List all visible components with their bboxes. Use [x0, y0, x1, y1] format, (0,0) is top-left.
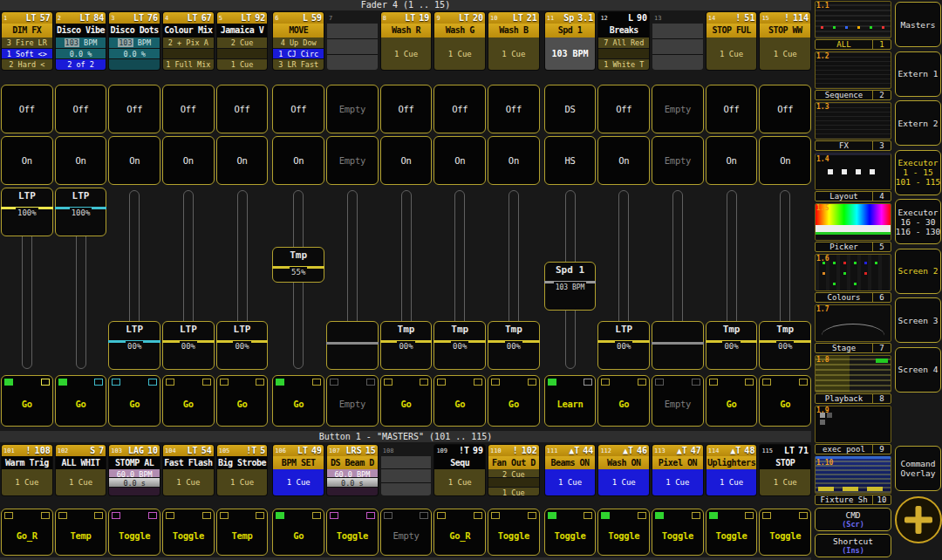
fader-handle[interactable]: Tmp00% — [380, 321, 433, 370]
view-label-row[interactable]: ALL1 — [815, 39, 891, 50]
fader-handle[interactable]: Tmp55% — [272, 247, 324, 283]
executor-label-15[interactable]: 15!114STOP WW1 Cue — [759, 11, 811, 71]
go-button[interactable]: Go — [108, 375, 160, 427]
fader-handle[interactable]: LTP100% — [55, 188, 107, 236]
go-button[interactable]: Go — [272, 509, 324, 556]
go-r-button[interactable]: Go_R — [433, 509, 486, 556]
on-button[interactable]: On — [597, 136, 650, 185]
executor-label-6[interactable]: 6L59MOVE4 Up Dow1 CJ Circ3 LR Fast — [272, 11, 324, 71]
screen-button-masters[interactable]: Masters — [895, 2, 941, 47]
executor-label-8[interactable]: 8LT19Wash R1 Cue — [380, 11, 433, 71]
fader-handle[interactable]: LTP00% — [597, 321, 650, 370]
fader-handle[interactable]: LTP00% — [108, 321, 160, 370]
view-label-row[interactable]: exec pool9 — [815, 444, 891, 454]
toggle-button[interactable]: Toggle — [706, 509, 758, 556]
executor-label-11[interactable]: 11Sp3.1Spd 1103 BPM — [544, 11, 597, 71]
executor-label-107[interactable]: 107LRS15DS Beam D60.0 BPM0.0 s — [326, 444, 379, 496]
executor-label-2[interactable]: 2LT84Disco Vibe103 BPM0.0 %2 of 2 — [55, 11, 107, 71]
view-thumbnail[interactable]: 1.3 — [815, 102, 891, 140]
view-label-row[interactable]: Picker5 — [815, 242, 891, 252]
view-thumbnail[interactable]: 1.6 — [815, 254, 891, 291]
executor-label-102[interactable]: 102S7ALL WHIT1 Cue — [55, 444, 107, 496]
toggle-button[interactable]: Toggle — [597, 509, 650, 556]
view-tile-all[interactable]: 1.1ALL1 — [815, 1, 891, 50]
toggle-button[interactable]: Toggle — [759, 509, 811, 556]
screen-button-executor-16-30-116-130[interactable]: Executor16 - 30116 - 130 — [895, 199, 941, 244]
cmd-button[interactable]: CMD(Scr) — [815, 508, 891, 531]
go-button[interactable]: Go — [380, 375, 433, 427]
fader-handle[interactable]: Tmp00% — [433, 321, 486, 370]
fader-handle[interactable] — [326, 321, 379, 370]
go-button[interactable]: Go — [1, 375, 53, 427]
on-button[interactable]: On — [108, 136, 160, 185]
executor-label-3[interactable]: 3LT76Disco Dots103 BPM0.0 % — [108, 11, 160, 71]
screen-button-screen-3[interactable]: Screen 3 — [895, 297, 941, 343]
view-tile-layout[interactable]: 1.4Layout4 — [815, 153, 891, 201]
view-label-row[interactable]: Layout4 — [815, 191, 891, 201]
fader-handle[interactable] — [652, 321, 704, 370]
executor-label-13[interactable]: 13 — [652, 11, 704, 71]
ds-button[interactable]: DS — [544, 85, 597, 133]
view-tile-fx[interactable]: 1.3FX3 — [815, 102, 891, 151]
executor-label-10[interactable]: 10LT21Wash B1 Cue — [488, 11, 540, 71]
executor-label-1[interactable]: 1LT57DIM FX3 Fire LR1 Soft <>2 Hard < — [1, 11, 53, 71]
executor-label-101[interactable]: 101!108Warm Trig1 Cue — [1, 444, 53, 496]
executor-label-103[interactable]: 103LAG10STOMP AL60.0 BPM0.0 s — [108, 444, 160, 496]
view-thumbnail[interactable]: 1.8 — [815, 355, 891, 393]
screen-button-screen-2[interactable]: Screen 2 — [895, 249, 941, 294]
executor-label-106[interactable]: 106LT49BPM SET1 Cue — [272, 444, 324, 496]
go-button[interactable]: Go — [162, 375, 215, 427]
toggle-button[interactable]: Toggle — [162, 509, 215, 556]
fader-handle[interactable]: Tmp00% — [706, 321, 758, 370]
go-button[interactable]: Go — [433, 375, 486, 427]
screen-button-executor-1-15-101-115[interactable]: Executor1 - 15101 - 115 — [895, 150, 941, 195]
on-button[interactable]: On — [162, 136, 215, 185]
hs-button[interactable]: HS — [544, 136, 597, 185]
off-button[interactable]: Off — [597, 85, 650, 133]
executor-label-112[interactable]: 112▲T46Wash ON1 Cue — [597, 444, 650, 496]
learn-button[interactable]: Learn — [544, 375, 597, 427]
executor-label-114[interactable]: 114▲T48Uplighters1 Cue — [706, 444, 758, 496]
off-button[interactable]: Off — [759, 85, 811, 133]
view-tile-picker[interactable]: 1.5Picker5 — [815, 203, 891, 252]
fader-page-titlebar[interactable]: Fader 4 (1 .. 15) — [0, 0, 811, 10]
view-thumbnail[interactable]: 1.10 — [815, 456, 891, 494]
view-thumbnail[interactable]: 1.5 — [815, 203, 891, 241]
on-button[interactable]: On — [488, 136, 540, 185]
off-button[interactable]: Off — [55, 85, 107, 133]
screen-button-screen-4[interactable]: Screen 4 — [895, 347, 941, 393]
executor-label-113[interactable]: 113▲T47Pixel ON1 Cue — [652, 444, 704, 496]
go-button[interactable]: Go — [706, 375, 758, 427]
empty-button[interactable]: Empty — [652, 85, 704, 133]
executor-label-4[interactable]: 4LT67Colour Mix2 + Pix A1 Full Mix — [162, 11, 215, 71]
view-tile-playback[interactable]: 1.8Playback8 — [815, 355, 891, 404]
view-thumbnail[interactable]: 1.1 — [815, 1, 891, 38]
empty-button[interactable]: Empty — [326, 85, 379, 133]
off-button[interactable]: Off — [272, 85, 324, 133]
temp-button[interactable]: Temp — [216, 509, 269, 556]
executor-label-104[interactable]: 104LT54Fast Flash1 Cue — [162, 444, 215, 496]
view-thumbnail[interactable]: 1.7 — [815, 304, 891, 342]
view-label-row[interactable]: Playback8 — [815, 393, 891, 404]
move-handle-button[interactable] — [895, 496, 942, 543]
off-button[interactable]: Off — [433, 85, 486, 133]
on-button[interactable]: On — [216, 136, 269, 185]
executor-label-115[interactable]: 115LT71STOP1 Cue — [759, 444, 811, 496]
on-button[interactable]: On — [272, 136, 324, 185]
view-tile-stage[interactable]: 1.7Stage7 — [815, 304, 891, 353]
toggle-button[interactable]: Toggle — [652, 509, 704, 556]
executor-label-105[interactable]: 105!T5Big Strobe1 Cue — [216, 444, 269, 496]
off-button[interactable]: Off — [706, 85, 758, 133]
off-button[interactable]: Off — [380, 85, 433, 133]
view-tile-exec-pool[interactable]: 1.9exec pool9 — [815, 406, 891, 454]
go-button[interactable]: Go — [597, 375, 650, 427]
toggle-button[interactable]: Toggle — [326, 509, 379, 556]
view-tile-sequence[interactable]: 1.2Sequence2 — [815, 51, 891, 100]
toggle-button[interactable]: Toggle — [488, 509, 540, 556]
on-button[interactable]: On — [706, 136, 758, 185]
off-button[interactable]: Off — [216, 85, 269, 133]
executor-label-14[interactable]: 14!51STOP FUL1 Cue — [706, 11, 758, 71]
off-button[interactable]: Off — [162, 85, 215, 133]
fader-handle[interactable]: Spd 1103 BPM — [544, 262, 597, 311]
fader-handle[interactable]: LTP100% — [1, 188, 53, 236]
